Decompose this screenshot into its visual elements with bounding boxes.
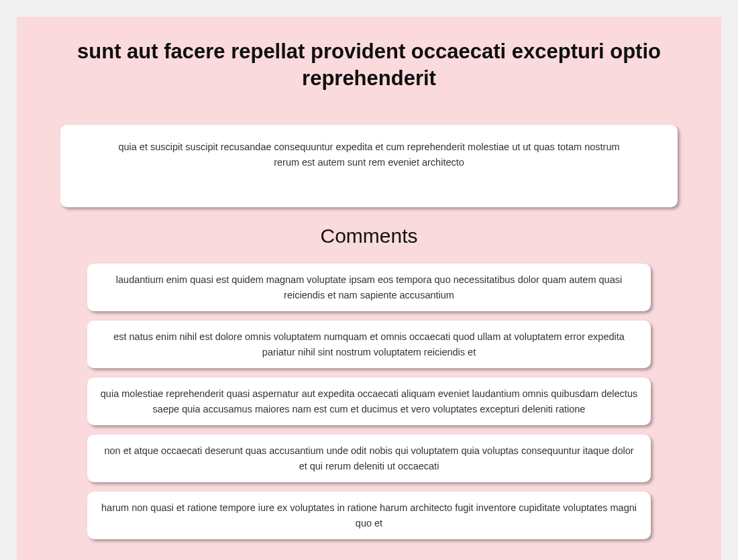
post-body: quia et suscipit suscipit recusandae con… xyxy=(60,125,678,207)
comment-item: non et atque occaecati deserunt quas acc… xyxy=(87,435,651,482)
comments-heading: Comments xyxy=(320,225,417,247)
comment-item: laudantium enim quasi est quidem magnam … xyxy=(87,264,651,311)
post-title: sunt aut facere repellat provident occae… xyxy=(50,38,688,91)
comment-item: est natus enim nihil est dolore omnis vo… xyxy=(87,321,651,368)
comment-item: harum non quasi et ratione tempore iure … xyxy=(87,492,651,539)
comments-list: laudantium enim quasi est quidem magnam … xyxy=(87,264,651,539)
comment-item: quia molestiae reprehenderit quasi asper… xyxy=(87,378,651,425)
post-card: sunt aut facere repellat provident occae… xyxy=(17,17,721,560)
